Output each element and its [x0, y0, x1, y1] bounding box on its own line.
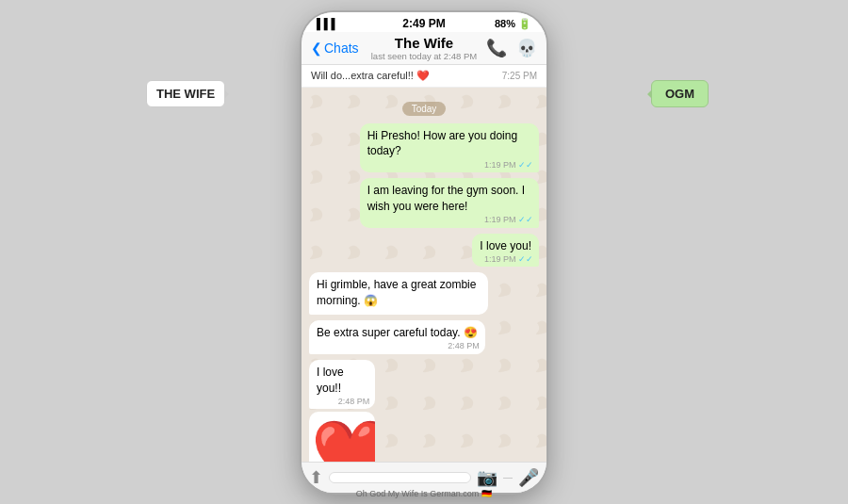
list-item: Hi grimble, have a great zombie morning.… — [309, 272, 539, 315]
nav-subtitle: last seen today at 2:48 PM — [371, 51, 477, 61]
message-time: 1:19 PM — [484, 253, 533, 266]
preview-text: Will do...extra careful!! ❤️ — [311, 70, 497, 82]
status-bar: ▌▌▌ 2:49 PM 88% 🔋 — [302, 12, 546, 32]
share-icon[interactable]: ⬆ — [309, 467, 323, 488]
chat-area[interactable]: Today Hi Presho! How are you doing today… — [302, 88, 546, 462]
list-item: Hi Presho! How are you doing today? 1:19… — [309, 123, 539, 173]
message-bubble: Be extra super careful today. 😍 2:48 PM — [309, 320, 485, 354]
message-bubble: I love you! 1:19 PM — [472, 234, 539, 268]
list-item: I love you! 1:19 PM — [309, 234, 539, 268]
message-text: Hi grimble, have a great zombie morning.… — [317, 278, 476, 307]
status-right: 88% 🔋 — [495, 18, 531, 30]
message-text: I love you! — [480, 239, 531, 252]
message-text: I love you!! — [317, 366, 344, 395]
skull-icon[interactable]: 💀 — [516, 38, 537, 58]
input-bar: ⬆ 📷 — 🎤 — [302, 462, 546, 493]
list-item: I am leaving for the gym soon. I wish yo… — [309, 178, 539, 228]
battery-icon: 🔋 — [518, 18, 531, 30]
mic-icon[interactable]: 🎤 — [518, 467, 539, 488]
heart-image-bubble: ❤️ 2:48 PM — [309, 412, 375, 461]
list-item: Be extra super careful today. 😍 2:48 PM — [309, 320, 539, 354]
message-input[interactable] — [329, 472, 471, 483]
flag-icon: 🇩🇪 — [481, 489, 492, 498]
message-bubble: I am leaving for the gym soon. I wish yo… — [360, 178, 539, 228]
scene: THE WIFE OGM ▌▌▌ 2:49 PM 88% 🔋 ❮ Chats T… — [0, 0, 848, 504]
chevron-left-icon: ❮ — [311, 41, 322, 56]
phone: ▌▌▌ 2:49 PM 88% 🔋 ❮ Chats The Wife last … — [302, 12, 546, 493]
battery-percent: 88% — [495, 18, 515, 29]
nav-icons: 📞 💀 — [486, 38, 537, 58]
message-time: 1:19 PM — [484, 159, 533, 171]
back-button[interactable]: ❮ Chats — [311, 41, 359, 56]
divider: — — [503, 472, 513, 482]
phone-icon[interactable]: 📞 — [486, 38, 507, 58]
message-time: 2:48 PM — [448, 340, 480, 352]
message-text: Be extra super careful today. 😍 — [317, 326, 478, 339]
footer-text: Oh God My Wife Is German.com — [356, 489, 480, 498]
message-bubble: Hi Presho! How are you doing today? 1:19… — [360, 123, 539, 173]
date-divider: Today — [309, 99, 539, 116]
back-label: Chats — [324, 41, 359, 56]
message-bubble: I love you!! 2:48 PM — [309, 360, 375, 410]
message-bubble: Hi grimble, have a great zombie morning.… — [309, 272, 488, 315]
message-text: Hi Presho! How are you doing today? — [367, 129, 517, 158]
message-time: 2:48 PM — [338, 396, 370, 408]
signal-icon: ▌▌▌ — [317, 18, 338, 29]
message-time: 1:19 PM — [484, 214, 533, 226]
message-text: I am leaving for the gym soon. I wish yo… — [367, 184, 525, 213]
nav-center: The Wife last seen today at 2:48 PM — [371, 35, 477, 61]
nav-bar: ❮ Chats The Wife last seen today at 2:48… — [302, 32, 546, 65]
heart-emoji: ❤️ — [309, 412, 375, 461]
preview-time: 7:25 PM — [502, 71, 537, 81]
ogm-label: OGM — [651, 80, 709, 107]
camera-icon[interactable]: 📷 — [477, 467, 497, 488]
wife-label: THE WIFE — [146, 80, 225, 107]
nav-title: The Wife — [371, 35, 477, 51]
status-time: 2:49 PM — [402, 17, 445, 30]
website-footer: Oh God My Wife Is German.com 🇩🇪 — [356, 489, 493, 498]
list-item: I love you!! 2:48 PM ❤️ 2:48 PM — [309, 360, 539, 462]
preview-message: Will do...extra careful!! ❤️ 7:25 PM — [302, 65, 546, 88]
